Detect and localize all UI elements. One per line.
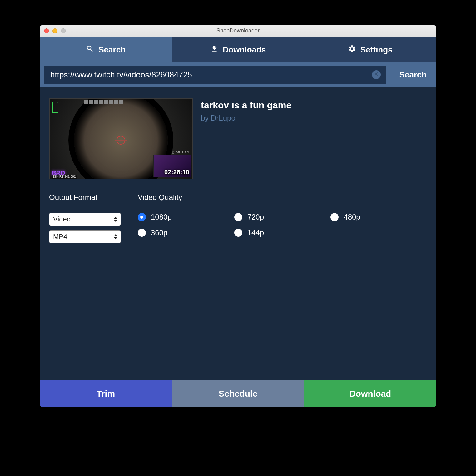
thumbnail-bottom-text: !SHIRT $41,092 xyxy=(52,175,77,179)
radio-icon xyxy=(138,229,146,237)
thumbnail-top-hud xyxy=(84,100,123,104)
trim-button[interactable]: Trim xyxy=(40,380,172,407)
output-format-value: MP4 xyxy=(53,233,67,241)
output-type-select[interactable]: Video xyxy=(49,213,121,226)
url-input[interactable] xyxy=(44,66,386,84)
app-window: SnapDownloader Search Downloads Settings xyxy=(40,25,436,407)
quality-option-480p[interactable]: 480p xyxy=(330,213,427,221)
schedule-button-label: Schedule xyxy=(219,389,257,399)
video-meta: tarkov is a fun game by DrLupo xyxy=(201,98,291,179)
download-button-label: Download xyxy=(349,389,391,399)
quality-label: 1080p xyxy=(151,213,172,221)
video-title: tarkov is a fun game xyxy=(201,100,291,111)
download-button[interactable]: Download xyxy=(304,380,436,407)
video-author: by DrLupo xyxy=(201,114,291,122)
video-thumbnail[interactable]: BRD !SHIRT $41,092 ◻ DRLUPO 02:28:10 xyxy=(49,98,193,179)
output-format-section: Output Format Video MP4 xyxy=(49,193,121,248)
video-quality-section: Video Quality 1080p 720p 480p xyxy=(138,193,427,248)
radio-icon xyxy=(138,213,146,221)
tab-downloads-label: Downloads xyxy=(223,45,266,55)
chevron-updown-icon xyxy=(114,217,117,222)
search-icon xyxy=(86,45,94,55)
options-row: Output Format Video MP4 Video Quality 10… xyxy=(49,193,427,248)
close-icon xyxy=(374,72,379,78)
quality-label: 720p xyxy=(247,213,264,221)
radio-icon xyxy=(330,213,339,221)
search-button-label: Search xyxy=(399,70,427,80)
tab-downloads[interactable]: Downloads xyxy=(172,37,304,62)
tab-search[interactable]: Search xyxy=(40,37,172,62)
trim-button-label: Trim xyxy=(97,389,115,399)
quality-label: 360p xyxy=(151,228,167,237)
thumbnail-webcam-label: ◻ DRLUPO xyxy=(172,151,189,154)
quality-label: 480p xyxy=(344,213,360,221)
zoom-window-button[interactable] xyxy=(61,28,66,33)
output-format-heading: Output Format xyxy=(49,193,121,206)
titlebar: SnapDownloader xyxy=(40,25,436,37)
main-tabs: Search Downloads Settings xyxy=(40,37,436,62)
thumbnail-webcam: ◻ DRLUPO 02:28:10 xyxy=(153,155,191,177)
content-area: BRD !SHIRT $41,092 ◻ DRLUPO 02:28:10 tar… xyxy=(40,87,436,380)
download-icon xyxy=(210,45,218,55)
video-result: BRD !SHIRT $41,092 ◻ DRLUPO 02:28:10 tar… xyxy=(49,98,427,179)
quality-option-360p[interactable]: 360p xyxy=(138,228,234,237)
thumbnail-hud-icon xyxy=(52,102,58,113)
gear-icon xyxy=(348,45,356,55)
tab-settings-label: Settings xyxy=(360,45,393,55)
video-quality-heading: Video Quality xyxy=(138,193,427,206)
output-type-value: Video xyxy=(53,215,71,223)
minimize-window-button[interactable] xyxy=(52,28,57,33)
output-format-select[interactable]: MP4 xyxy=(49,230,121,243)
close-window-button[interactable] xyxy=(44,28,49,33)
tab-settings[interactable]: Settings xyxy=(304,37,436,62)
window-title: SnapDownloader xyxy=(40,27,436,34)
radio-icon xyxy=(234,213,242,221)
schedule-button[interactable]: Schedule xyxy=(172,380,304,407)
footer-actions: Trim Schedule Download xyxy=(40,380,436,407)
quality-option-144p[interactable]: 144p xyxy=(234,228,331,237)
window-controls xyxy=(40,28,66,33)
quality-label: 144p xyxy=(247,228,264,237)
tab-search-label: Search xyxy=(98,45,126,55)
quality-option-1080p[interactable]: 1080p xyxy=(138,213,234,221)
search-bar: Search xyxy=(40,62,436,87)
search-button[interactable]: Search xyxy=(389,62,436,87)
quality-option-720p[interactable]: 720p xyxy=(234,213,331,221)
quality-options: 1080p 720p 480p 360p xyxy=(138,213,427,237)
clear-url-button[interactable] xyxy=(372,70,381,79)
radio-icon xyxy=(234,229,242,237)
video-duration: 02:28:10 xyxy=(164,169,189,176)
chevron-updown-icon xyxy=(114,234,117,239)
